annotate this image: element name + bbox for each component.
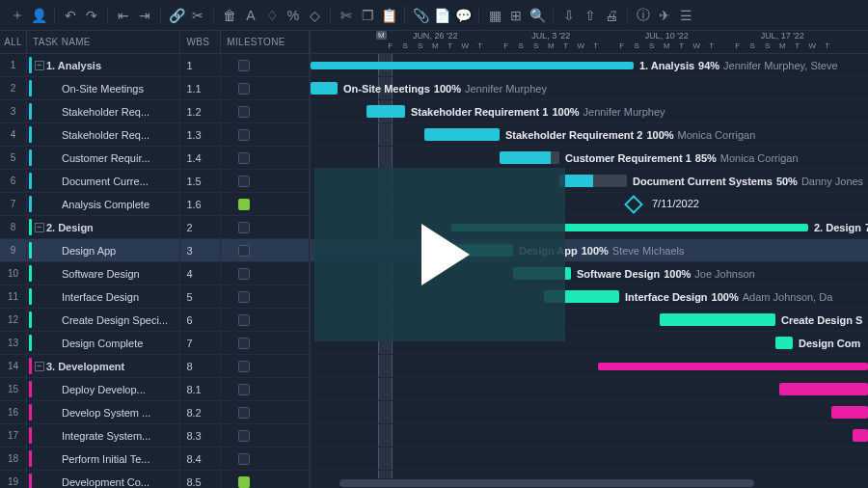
gantt-bar[interactable]: On-Site Meetings100%Jennifer Murphey [311,82,338,95]
table-row[interactable]: 15Deploy Develop...8.1 [0,378,310,401]
text-icon[interactable]: A [241,6,260,25]
disclosure-icon[interactable]: − [35,223,44,232]
milestone-checkbox[interactable] [238,129,250,141]
table-row[interactable]: 5Customer Requir...1.4 [0,147,310,170]
table-row[interactable]: 11Interface Design5 [0,285,310,309]
milestone-checkbox[interactable] [238,407,250,419]
milestone-checkbox[interactable] [238,106,250,118]
table-row[interactable]: 3Stakeholder Req...1.2 [0,100,310,123]
gantt-summary-bar[interactable]: 1. Analysis94%Jennifer Murphey, Steve [311,62,634,69]
send-icon[interactable]: ✈ [655,6,674,25]
unlink-icon[interactable]: ✂ [188,6,207,25]
milestone-cell[interactable] [221,355,310,377]
cut-icon[interactable]: ✄ [337,6,356,25]
attach-icon[interactable]: 📎 [411,6,430,25]
task-name-cell[interactable]: Create Design Speci... [27,309,180,331]
milestone-cell[interactable] [221,123,310,146]
milestone-checkbox[interactable] [238,245,250,257]
task-name-cell[interactable]: Design App [27,239,180,261]
gantt-bar[interactable]: Stakeholder Requirement 1100%Jennifer Mu… [366,105,405,118]
milestone-checkbox[interactable] [238,338,250,349]
horizontal-scrollbar[interactable] [311,478,868,488]
link-icon[interactable]: 🔗 [167,6,186,25]
milestone-cell[interactable] [221,100,310,122]
milestone-cell[interactable] [221,193,310,215]
task-name-cell[interactable]: −1. Analysis [27,54,180,76]
task-name-cell[interactable]: Perform Initial Te... [27,447,180,470]
table-row[interactable]: 16Develop System ...8.2 [0,401,310,424]
indent-icon[interactable]: ⇥ [135,6,154,25]
table-row[interactable]: 19Development Co...8.5 [0,471,310,488]
task-name-cell[interactable]: Design Complete [27,332,180,354]
milestone-checkbox[interactable] [238,453,250,465]
export-icon[interactable]: ⇧ [581,6,600,25]
more-icon[interactable]: ☰ [676,6,695,25]
task-name-cell[interactable]: Stakeholder Req... [27,123,180,146]
info-icon[interactable]: ⓘ [634,6,653,25]
milestone-checkbox[interactable] [238,222,250,233]
copy-icon[interactable]: ❐ [358,6,377,25]
task-name-cell[interactable]: Interface Design [27,285,180,308]
redo-icon[interactable]: ↷ [82,6,101,25]
milestone-cell[interactable] [221,262,310,285]
percent-icon[interactable]: % [284,6,303,25]
grid-icon[interactable]: ⊞ [506,6,526,25]
table-row[interactable]: 2On-Site Meetings1.1 [0,77,310,100]
task-name-cell[interactable]: Development Co... [27,471,180,488]
task-name-cell[interactable]: −2. Design [27,216,180,238]
milestone-cell[interactable] [221,285,310,308]
table-row[interactable]: 10Software Design4 [0,262,310,285]
milestone-checkbox[interactable] [238,314,250,326]
gantt-bar[interactable] [831,406,868,419]
video-play-overlay[interactable] [314,168,565,341]
person-icon[interactable]: 👤 [29,6,48,25]
gantt-bar[interactable]: Stakeholder Requirement 2100%Monica Corr… [424,128,500,141]
milestone-cell[interactable] [221,216,310,238]
zoom-icon[interactable]: 🔍 [528,6,547,25]
milestone-checkbox[interactable] [238,476,250,488]
milestone-cell[interactable] [221,77,310,99]
table-row[interactable]: 8−2. Design2 [0,216,310,239]
task-name-cell[interactable]: Integrate System... [27,424,180,447]
milestone-checkbox[interactable] [238,199,250,210]
th-milestone[interactable]: MILESTONE [221,31,310,53]
trash-icon[interactable]: 🗑 [220,6,239,25]
milestone-cell[interactable] [221,54,310,76]
table-row[interactable]: 18Perform Initial Te...8.4 [0,447,310,471]
table-row[interactable]: 7Analysis Complete1.6 [0,193,310,216]
milestone-checkbox[interactable] [238,176,250,187]
note-icon[interactable]: 📄 [432,6,451,25]
table-row[interactable]: 9Design App3 [0,239,310,262]
th-wbs[interactable]: WBS [180,31,221,53]
milestone-checkbox[interactable] [238,291,250,303]
milestone-cell[interactable] [221,170,310,192]
milestone-cell[interactable] [221,332,310,354]
task-name-cell[interactable]: Software Design [27,262,180,285]
milestone-checkbox[interactable] [238,83,250,95]
gantt-bar[interactable]: Design Com [775,337,793,349]
task-name-cell[interactable]: Develop System ... [27,401,180,423]
milestone-checkbox[interactable] [238,60,250,71]
gantt-bar[interactable] [853,429,868,442]
th-task-name[interactable]: TASK NAME [27,31,180,53]
milestone-cell[interactable] [221,309,310,331]
undo-icon[interactable]: ↶ [61,6,80,25]
task-name-cell[interactable]: Analysis Complete [27,193,180,215]
disclosure-icon[interactable]: − [35,61,44,70]
print-icon[interactable]: 🖨 [602,6,621,25]
milestone-checkbox[interactable] [238,384,250,395]
table-row[interactable]: 12Create Design Speci...6 [0,309,310,332]
gantt-bar[interactable]: Deploy Develop [779,383,868,395]
milestone-cell[interactable] [221,424,310,447]
milestone-cell[interactable] [221,471,310,488]
milestone-cell[interactable] [221,401,310,423]
disclosure-icon[interactable]: − [35,362,44,371]
milestone-checkbox[interactable] [238,268,250,280]
table-row[interactable]: 1−1. Analysis1 [0,54,310,77]
outdent-icon[interactable]: ⇤ [114,6,133,25]
milestone-cell[interactable] [221,447,310,470]
table-row[interactable]: 14−3. Development8 [0,355,310,378]
gantt-summary-bar[interactable] [598,363,868,370]
comment-icon[interactable]: 💬 [453,6,473,25]
milestone-checkbox[interactable] [238,361,250,372]
